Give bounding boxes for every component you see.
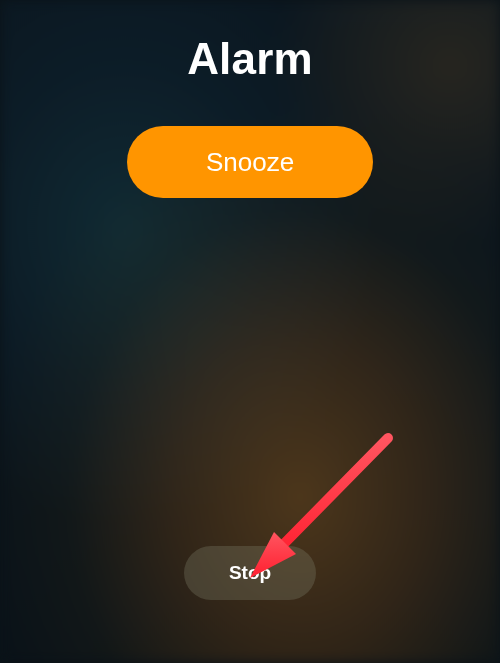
snooze-button-label: Snooze [206,147,294,178]
snooze-button[interactable]: Snooze [127,126,373,198]
alarm-title: Alarm [187,34,313,84]
stop-button-label: Stop [229,562,271,584]
alarm-screen: Alarm Snooze Stop [0,0,500,663]
stop-button[interactable]: Stop [184,546,316,600]
